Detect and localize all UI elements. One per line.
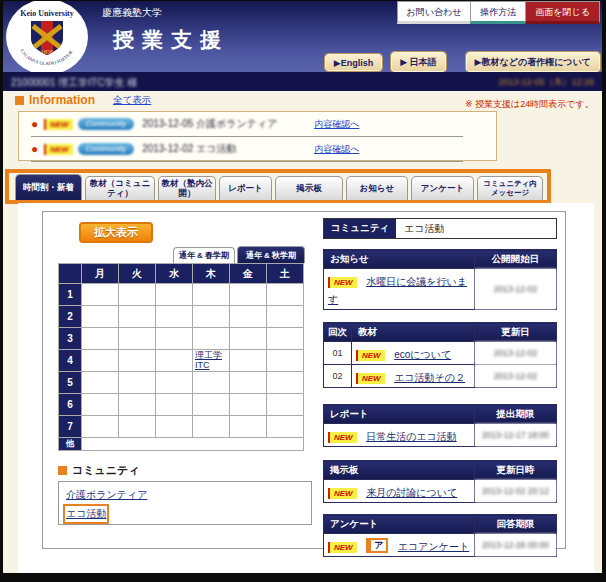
material-date: 2013-12-02 — [475, 365, 557, 388]
copyright-button[interactable]: ▶教材などの著作権について — [466, 52, 600, 72]
material-link[interactable]: ecoについて — [394, 349, 451, 360]
top-buttons: お問い合わせ 操作方法 画面を閉じる — [398, 1, 600, 24]
news-table: お知らせ 公開開始日 NEW 水曜日に会議を行います 2013-12-02 — [323, 249, 557, 310]
svg-text:Keio University: Keio University — [20, 9, 74, 18]
timetable-cell — [267, 306, 304, 328]
board-date: 2013-12-02 20:12 — [475, 480, 557, 503]
tab-news[interactable]: お知らせ — [346, 176, 408, 200]
main-content: 拡大表示 通年 & 春学期 通年 & 秋学期 月 火 水 木 金 土 — [18, 203, 594, 573]
japanese-button[interactable]: ▶ 日本語 — [391, 52, 445, 72]
timetable-cell — [230, 350, 267, 372]
community-value: エコ活動 — [396, 219, 556, 238]
bullet-icon: ● — [31, 142, 44, 156]
timetable-cell — [119, 372, 156, 394]
timetable-cell — [230, 328, 267, 350]
new-badge: NEW — [44, 119, 73, 130]
course-link[interactable]: ITC — [193, 360, 229, 370]
tab-report[interactable]: レポート — [219, 176, 272, 200]
new-badge: NEW — [328, 432, 357, 443]
survey-date: 2013-12-26 00:00 — [475, 534, 557, 557]
course-link[interactable]: 理工学 — [193, 350, 229, 360]
board-table: 掲示板 更新日時 NEW 来月の討論について 2013-12-02 20:12 — [323, 460, 557, 503]
information-item: ● NEW Community 2013-12-05 介護ボランティア 内容確認… — [31, 112, 463, 137]
day-header: 月 — [82, 264, 119, 284]
show-all-link[interactable]: 全て表示 — [113, 94, 151, 107]
orange-square-icon — [15, 96, 24, 105]
materials-header: 教材 — [352, 323, 475, 342]
contact-button[interactable]: お問い合わせ — [397, 1, 472, 24]
timetable-cell — [267, 372, 304, 394]
survey-table: アンケート 回答期限 NEW ア エコアンケート 2013-12-26 00:0… — [323, 514, 557, 557]
orange-square-icon — [58, 466, 67, 475]
term-tabs: 通年 & 春学期 通年 & 秋学期 — [173, 246, 305, 263]
report-date-header: 提出期限 — [475, 405, 557, 424]
expand-view-button[interactable]: 拡大表示 — [79, 222, 153, 243]
tab-spring-term[interactable]: 通年 & 春学期 — [173, 247, 235, 263]
timetable-cell — [82, 394, 119, 416]
material-date: 2013-12-02 — [475, 342, 557, 365]
timetable-cell — [193, 416, 230, 438]
tab-timetable-new[interactable]: 時間割・新着 — [15, 174, 82, 200]
table-row: NEW ア エコアンケート 2013-12-26 00:00 — [324, 534, 557, 557]
english-button[interactable]: ▶English — [325, 54, 382, 71]
community-detail-panel: コミュニティ エコ活動 お知らせ 公開開始日 NEW 水曜日に会議を行います 2… — [323, 218, 557, 557]
timetable-cell — [156, 350, 193, 372]
material-link[interactable]: エコ活動その２ — [394, 372, 465, 383]
keio-logo-icon: Keio University 1858 CALAMVS GLADIO FORT… — [6, 1, 88, 75]
confirm-content-link[interactable]: 内容確認へ — [314, 143, 359, 156]
survey-link[interactable]: エコアンケート — [398, 541, 469, 552]
news-date-header: 公開開始日 — [475, 250, 557, 269]
tab-board[interactable]: 掲示板 — [275, 176, 343, 200]
other-row-label: 他 — [59, 438, 82, 451]
app-title: 授業支援 — [113, 26, 229, 54]
period-label: 2 — [59, 306, 82, 328]
community-heading: コミュニティ — [58, 463, 140, 478]
timetable-cell — [156, 306, 193, 328]
table-row: 01 NEW ecoについて 2013-12-02 — [324, 342, 557, 365]
timetable-cell — [156, 416, 193, 438]
day-header: 火 — [119, 264, 156, 284]
timetable-cell — [119, 350, 156, 372]
materials-table: 回次 教材 更新日 01 NEW ecoについて 2013-12-02 02 N… — [323, 322, 557, 388]
timetable-cell — [267, 350, 304, 372]
confirm-content-link[interactable]: 内容確認へ — [314, 118, 359, 131]
tab-fall-term[interactable]: 通年 & 秋学期 — [237, 246, 305, 263]
timetable-cell — [119, 328, 156, 350]
tab-materials-public[interactable]: 教材（塾内公開） — [158, 176, 216, 200]
community-badge: Community — [78, 143, 134, 155]
community-link[interactable]: 介護ボランティア — [66, 488, 147, 502]
language-buttons: ▶English ▶ 日本語 ▶教材などの著作権について — [316, 52, 600, 72]
timetable-cell — [230, 372, 267, 394]
timetable-cell — [193, 328, 230, 350]
new-badge: NEW — [328, 542, 357, 553]
board-date-header: 更新日時 — [475, 461, 557, 480]
news-date: 2013-12-02 — [475, 269, 557, 310]
close-screen-button[interactable]: 画面を閉じる — [525, 1, 600, 24]
information-text: 2013-12-05 介護ボランティア — [142, 117, 300, 131]
howto-button[interactable]: 操作方法 — [470, 1, 526, 24]
board-header: 掲示板 — [324, 461, 475, 480]
tab-materials-community[interactable]: 教材（コミュニティ） — [85, 176, 155, 200]
period-label: 1 — [59, 284, 82, 306]
page: Keio University 1858 CALAMVS GLADIO FORT… — [3, 1, 602, 573]
header: Keio University 1858 CALAMVS GLADIO FORT… — [3, 1, 602, 72]
timetable-cell — [82, 328, 119, 350]
information-item: ● NEW Community 2013-12-02 エコ活動 内容確認へ — [31, 137, 463, 162]
timetable-cell — [193, 284, 230, 306]
new-badge: NEW — [356, 350, 385, 361]
user-name: 21000001 理工学ITC学生 様 — [11, 76, 137, 90]
timetable-cell — [119, 306, 156, 328]
current-datetime: 2013-12-05（木）12:28 — [498, 76, 594, 89]
tab-survey[interactable]: アンケート — [411, 176, 474, 200]
board-link[interactable]: 来月の討論について — [366, 487, 457, 498]
information-heading: Information 全て表示 — [15, 93, 151, 107]
timetable-cell — [193, 372, 230, 394]
information-title: Information — [29, 93, 95, 107]
tab-community-message[interactable]: コミュニティ内 メッセージ — [477, 176, 543, 200]
report-link[interactable]: 日常生活のエコ活動 — [366, 431, 457, 442]
community-link-highlighted[interactable]: エコ活動 — [66, 507, 106, 521]
table-row: 02 NEW エコ活動その２ 2013-12-02 — [324, 365, 557, 388]
day-header: 金 — [230, 264, 267, 284]
timetable-cell — [119, 394, 156, 416]
timetable-cell — [267, 284, 304, 306]
